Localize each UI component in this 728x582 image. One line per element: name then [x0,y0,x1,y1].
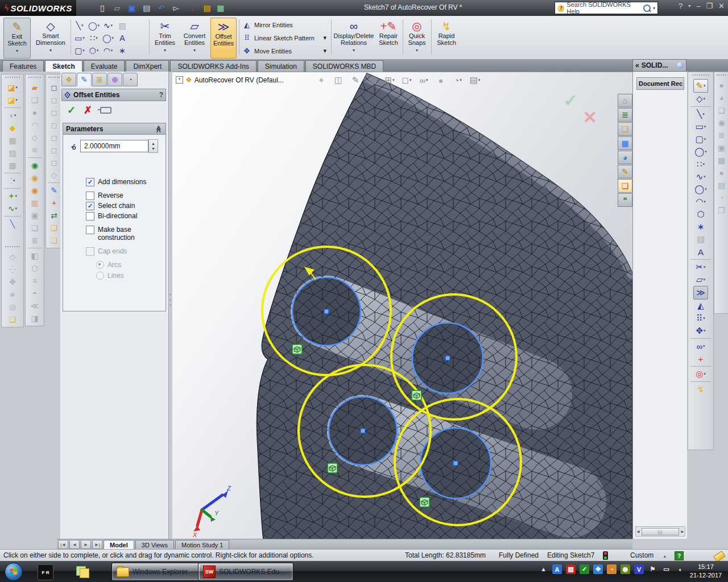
relation-badge-3[interactable] [328,463,337,473]
edit-sketch-icon[interactable]: ✎ [47,184,61,197]
select-icon[interactable]: ▻▾ [171,2,184,14]
help-button[interactable]: ? [679,2,682,10]
view-orientation-icon[interactable]: ⊞▾ [383,74,396,86]
arc-tool-icon[interactable]: ◠▾ [101,44,115,57]
open-icon[interactable]: ▱▾ [111,2,125,14]
edit-appearance-icon[interactable]: ◔▾ [451,74,465,86]
search-green-icon[interactable]: ◉ [28,159,42,172]
scroll-right-icon[interactable]: ► [680,529,685,534]
ellipse-icon[interactable]: ◯▾ [694,183,708,196]
units-selector[interactable]: Custom ▴ [630,551,666,559]
document-recovery-tab[interactable]: Document Rec [636,77,684,90]
doc-tab-motion-study-1[interactable]: Motion Study 1 [175,540,229,550]
hide-show-icon[interactable]: ∞▾ [417,74,431,86]
wave-box-icon[interactable]: ▦ [28,197,42,209]
rectangle-tool-icon[interactable]: ▭▾ [73,32,86,44]
circle-icon[interactable]: ◯▾ [694,146,708,158]
pm-tab-dimxpert-icon[interactable]: ⊕ [107,73,122,86]
convert-entities-button[interactable]: ▱ Convert Entities ▾ [181,18,208,57]
move-entities-button[interactable]: ✥ Move Entities ▾ [242,47,326,55]
taskbar-solidworks[interactable]: SW SOLIDWORKS Edu... [198,563,293,581]
tray-volume-icon[interactable]: ◖ [675,564,685,574]
pm-tab-configurations-icon[interactable]: ≣ [92,73,107,86]
distance-spinner[interactable]: ▲▼ [148,139,158,153]
color-swatch-icon[interactable]: ⁚ [185,2,199,14]
tray-chevron-icon[interactable]: ▴ [539,564,548,574]
magic-wand-icon[interactable]: ✎ [349,74,362,86]
trim-entities-icon[interactable]: ✂▾ [694,261,708,273]
start-button[interactable] [5,563,23,581]
relation-badge-1[interactable] [292,344,302,354]
attach-icon[interactable]: ❏ [6,313,19,326]
rectangle-icon[interactable]: ▭▾ [694,120,708,133]
tray-dropbox-icon[interactable]: ✥ [593,564,603,574]
rapid-sketch-button[interactable]: ↯ Rapid Sketch [433,18,460,57]
pm-ok-button[interactable]: ✓ [67,104,76,117]
custom-properties-icon[interactable]: ✎ [618,165,632,178]
tab-nav-0[interactable]: |◄ [58,540,68,549]
undo-icon[interactable]: ↶▾ [156,2,169,14]
panel-splitter[interactable]: ‹‹‹ [168,286,172,313]
smart-dimension-button[interactable]: ◇ Smart Dimension ▾ [33,18,68,57]
forum-icon[interactable]: ❝ [618,193,632,207]
help-caret-icon[interactable]: ▾ [688,3,690,9]
sketch-icon[interactable]: ✎▾ [693,79,708,93]
web-icon[interactable]: ◕ [618,151,632,164]
mirror-entities-button[interactable]: ◭ Mirror Entities [242,20,293,29]
text-icon[interactable]: A [694,246,708,258]
task-pane-header[interactable]: « SOLID... [632,59,686,72]
arc-icon[interactable]: ◠▾ [694,196,708,208]
ribbon-tab-sketch[interactable]: Sketch [45,60,82,72]
freeform-spline-icon[interactable]: ∿▾ [6,202,19,215]
search-orange-icon[interactable]: ◉ [28,184,42,197]
tray-updater-icon[interactable]: ◔ [607,564,617,574]
text-tool-icon[interactable]: A [115,32,129,44]
search-caret-icon[interactable]: ▾ [653,6,655,11]
repair-sketch-icon[interactable]: + [694,352,708,365]
scene-icon[interactable]: ▤▾ [468,74,482,86]
tree-expand-icon[interactable]: + [176,76,183,84]
sketch-ink-icon[interactable]: ✦▾ [6,190,19,202]
gold-box-1-icon[interactable]: ❏ [47,222,61,234]
circle-centerpoint-1[interactable] [324,309,329,314]
pm-cancel-button[interactable]: ✗ [84,104,92,117]
pm-tab-value-icon[interactable]: ❖ [61,73,76,86]
rapid-sketch-icon[interactable]: ↯ [694,383,708,396]
quick-snaps-button[interactable]: ◎ Quick Snaps ▾ [405,18,429,57]
circle-centerpoint-4[interactable] [453,461,458,465]
tray-vshield-icon[interactable]: V [634,564,644,574]
point-arc-tool-icon[interactable]: ∷▾ [87,32,101,44]
checkbox-make-base-construction[interactable]: Make base construction [86,226,159,242]
doc-tab-model[interactable]: Model [104,540,134,550]
ribbon-tab-solidworks-add-ins[interactable]: SOLIDWORKS Add-Ins [170,60,256,72]
linear-pattern-icon[interactable]: ⠿▾ [694,312,708,325]
circle-centerpoint-2[interactable] [445,356,450,360]
print-icon[interactable]: ▤▾ [141,2,155,14]
slot-icon[interactable]: ▢▾ [694,133,708,146]
spline-icon[interactable]: ∿▾ [694,171,708,183]
section-view-icon[interactable]: ▥ [366,74,379,86]
checkbox-add-dimensions[interactable]: ✓Add dimensions [86,178,159,186]
convert-entities-icon[interactable]: ▱▾ [694,273,708,286]
linear-pattern-button[interactable]: ⠿ Linear Sketch Pattern ▾ [242,34,326,42]
frpro-app-icon[interactable]: F R [38,564,53,580]
minimize-button[interactable]: – [696,2,700,10]
checkbox-bi-directional[interactable]: Bi-directional [86,212,159,221]
trim-entities-button[interactable]: ✂ Trim Entities ▾ [151,18,179,57]
gold-box-2-icon[interactable]: ❏ [47,234,61,247]
view-cube-active-icon[interactable]: ◻ [47,81,61,94]
ribbon-tab-solidworks-mbd[interactable]: SOLIDWORKS MBD [305,60,383,72]
measure-icon[interactable]: ╲ [6,218,19,230]
slot-tool-icon[interactable]: ▢▾ [73,44,86,57]
ribbon-tab-simulation[interactable]: Simulation [258,60,304,72]
status-help-icon[interactable]: ? [675,551,684,560]
tab-nav-1[interactable]: ◄ [69,540,80,549]
home-tab-icon[interactable]: ⌂ [618,94,632,107]
move-xyz-icon[interactable]: ⇄ [47,209,61,222]
repair-sketch-button[interactable]: +✎ Repair Sketch [375,18,402,57]
pane-horizontal-scrollbar[interactable]: ◄ ||| ► [635,526,685,537]
smart-dimension-icon[interactable]: ◇▾ [694,93,708,105]
tray-antivirus-icon[interactable]: ✓ [580,564,589,574]
extrude-cut-icon[interactable]: ◪▾ [6,94,19,106]
line-icon[interactable]: ╲▾ [694,108,708,120]
